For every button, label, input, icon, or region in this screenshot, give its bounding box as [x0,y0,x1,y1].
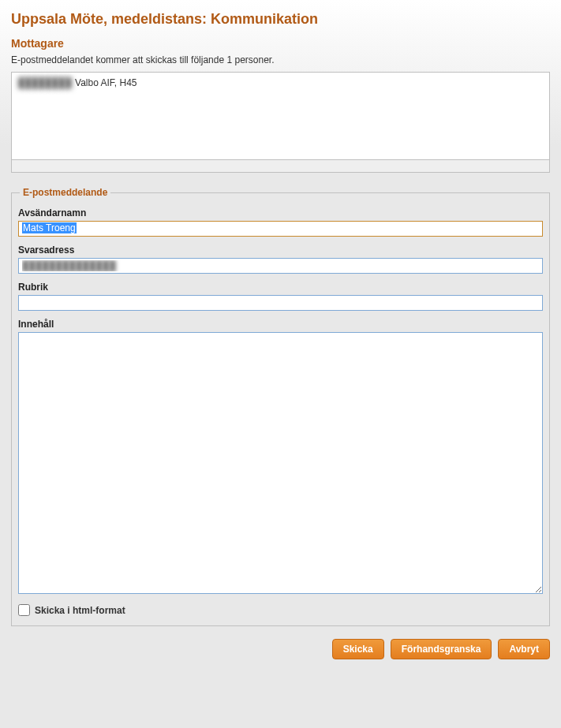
recipient-name-hidden: ████████ [18,77,72,88]
recipients-section-title: Mottagare [0,34,561,54]
recipients-hscroll[interactable] [11,160,550,173]
page-title: Uppsala Möte, medeldistans: Kommunikatio… [0,0,561,34]
sender-name-field[interactable]: Mats Troeng [18,221,543,237]
sender-name-label: Avsändarnamn [18,207,543,218]
recipients-subtext: E-postmeddelandet kommer att skickas til… [0,54,561,72]
html-format-label[interactable]: Skicka i html-format [35,605,125,616]
preview-button[interactable]: Förhandsgranska [391,639,492,659]
subject-field[interactable] [18,295,543,311]
subject-label: Rubrik [18,282,543,293]
email-legend: E-postmeddelande [20,187,110,198]
sender-name-value: Mats Troeng [22,222,77,233]
reply-to-label: Svarsadress [18,245,543,256]
body-label: Innehåll [18,319,543,330]
body-field[interactable] [18,332,543,594]
reply-to-field[interactable] [18,258,543,274]
button-bar: Skicka Förhandsgranska Avbryt [0,626,561,659]
recipient-club-class: Valbo AIF, H45 [75,77,137,88]
recipient-row: ████████ Valbo AIF, H45 [18,77,543,88]
send-button[interactable]: Skicka [332,639,384,659]
recipients-list[interactable]: ████████ Valbo AIF, H45 [11,72,550,160]
cancel-button[interactable]: Avbryt [498,639,550,659]
html-format-checkbox[interactable] [18,604,30,616]
email-fieldset: E-postmeddelande Avsändarnamn Mats Troen… [11,187,550,626]
